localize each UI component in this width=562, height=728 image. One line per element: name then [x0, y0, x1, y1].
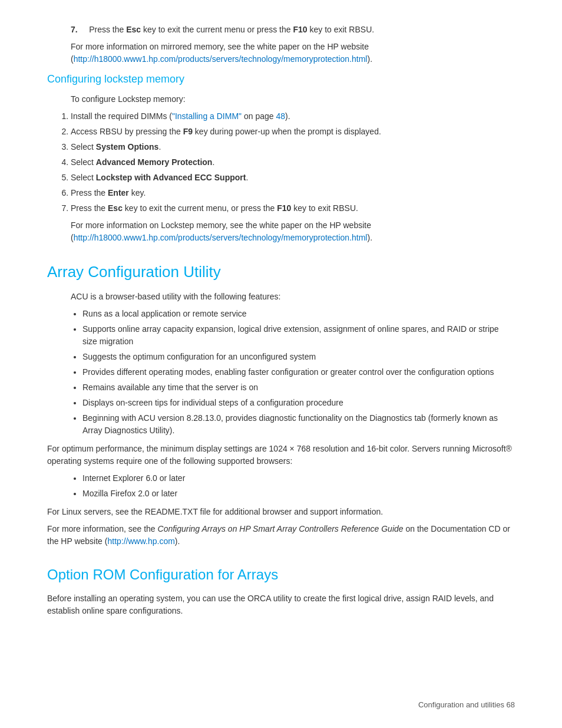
array-config-bullets: Runs as a local application or remote se…: [82, 308, 515, 437]
browser-ie: Internet Explorer 6.0 or later: [82, 472, 515, 485]
lockstep-steps: Install the required DIMMs ("Installing …: [71, 110, 515, 215]
bullet-6: Displays on-screen tips for individual s…: [82, 397, 515, 409]
mirrored-info: For more information on mirrored memory,…: [71, 41, 515, 65]
top-step7-number: 7.: [71, 25, 78, 34]
page-footer: Configuration and utilities 68: [418, 699, 515, 711]
top-step7: 7. Press the Esc key to exit the current…: [71, 24, 515, 36]
top-step7-text: Press the Esc key to exit the current me…: [89, 25, 374, 34]
linux-text: For Linux servers, see the README.TXT fi…: [47, 506, 515, 518]
browser-list: Internet Explorer 6.0 or later Mozilla F…: [82, 472, 515, 500]
bullet-3: Suggests the optimum configuration for a…: [82, 351, 515, 363]
lockstep-step-5: Select Lockstep with Advanced ECC Suppor…: [71, 172, 515, 184]
lockstep-step-7: Press the Esc key to exit the current me…: [71, 202, 515, 215]
lockstep-step-4: Select Advanced Memory Protection.: [71, 156, 515, 169]
bullet-5: Remains available any time that the serv…: [82, 381, 515, 394]
hp-com-link[interactable]: http://www.hp.com: [107, 536, 174, 546]
lockstep-footer-link[interactable]: http://h18000.www1.hp.com/products/serve…: [74, 233, 368, 242]
lockstep-step-1: Install the required DIMMs ("Installing …: [71, 110, 515, 123]
option-rom-text: Before installing an operating system, y…: [47, 592, 515, 617]
lockstep-step-6: Press the Enter key.: [71, 187, 515, 199]
lockstep-footer: For more information on Lockstep memory,…: [71, 219, 515, 244]
lockstep-step-3: Select System Options.: [71, 141, 515, 153]
page-48-link[interactable]: 48: [276, 111, 285, 121]
installing-dimm-link[interactable]: "Installing a DIMM": [172, 111, 242, 121]
browser-firefox: Mozilla Firefox 2.0 or later: [82, 487, 515, 500]
more-info-text: For more information, see the Configurin…: [47, 523, 515, 548]
array-config-intro: ACU is a browser-based utility with the …: [71, 291, 515, 303]
mirrored-link[interactable]: http://h18000.www1.hp.com/products/serve…: [74, 54, 368, 64]
bullet-4: Provides different operating modes, enab…: [82, 366, 515, 378]
bullet-1: Runs as a local application or remote se…: [82, 308, 515, 320]
bullet-7: Beginning with ACU version 8.28.13.0, pr…: [82, 412, 515, 437]
performance-text: For optimum performance, the minimum dis…: [47, 443, 515, 467]
array-config-heading: Array Configuration Utility: [47, 261, 515, 284]
bullet-2: Supports online array capacity expansion…: [82, 323, 515, 348]
option-rom-heading: Option ROM Configuration for Arrays: [47, 564, 515, 585]
lockstep-intro: To configure Lockstep memory:: [71, 93, 515, 106]
lockstep-step-2: Access RBSU by pressing the F9 key durin…: [71, 126, 515, 138]
lockstep-heading: Configuring lockstep memory: [47, 71, 515, 87]
